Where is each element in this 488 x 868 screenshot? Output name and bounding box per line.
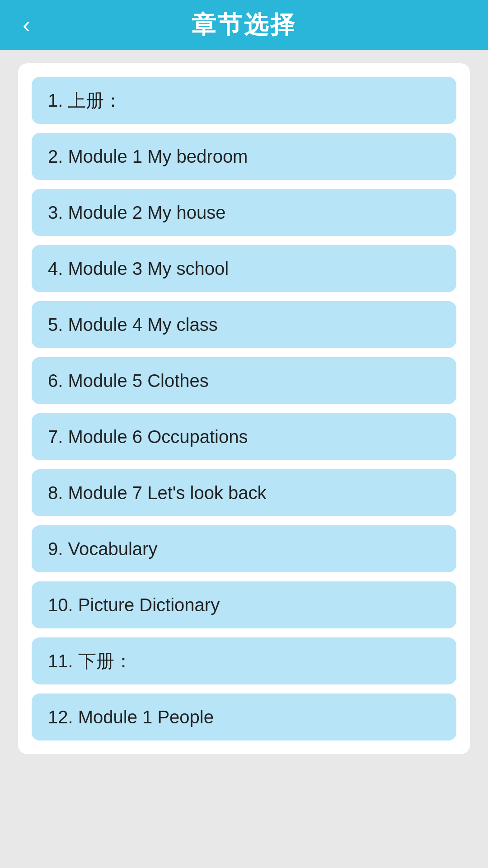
list-item-label: 2. Module 1 My bedroom [48, 146, 248, 167]
content-area: 1. 上册：2. Module 1 My bedroom3. Module 2 … [0, 50, 488, 868]
list-item-label: 1. 上册： [48, 90, 122, 111]
list-item[interactable]: 6. Module 5 Clothes [32, 357, 456, 404]
list-item[interactable]: 1. 上册： [32, 77, 456, 124]
list-item-label: 7. Module 6 Occupations [48, 426, 248, 448]
page-title: 章节选择 [192, 9, 296, 42]
app-header: ‹ 章节选择 [0, 0, 488, 50]
list-item-label: 4. Module 3 My school [48, 258, 229, 279]
list-item-label: 3. Module 2 My house [48, 202, 226, 223]
list-item[interactable]: 8. Module 7 Let's look back [32, 469, 456, 516]
list-item[interactable]: 2. Module 1 My bedroom [32, 133, 456, 180]
list-item[interactable]: 5. Module 4 My class [32, 301, 456, 348]
list-item[interactable]: 9. Vocabulary [32, 525, 456, 572]
list-item[interactable]: 4. Module 3 My school [32, 245, 456, 292]
list-item[interactable]: 7. Module 6 Occupations [32, 413, 456, 460]
list-item-label: 11. 下册： [48, 650, 132, 672]
list-item[interactable]: 10. Picture Dictionary [32, 581, 456, 628]
list-item-label: 12. Module 1 People [48, 706, 214, 728]
list-item[interactable]: 3. Module 2 My house [32, 189, 456, 236]
list-item[interactable]: 11. 下册： [32, 637, 456, 684]
list-item-label: 5. Module 4 My class [48, 314, 218, 335]
list-item-label: 6. Module 5 Clothes [48, 370, 209, 392]
list-item[interactable]: 12. Module 1 People [32, 693, 456, 741]
list-item-label: 8. Module 7 Let's look back [48, 482, 266, 504]
back-button[interactable]: ‹ [23, 13, 30, 37]
list-item-label: 9. Vocabulary [48, 538, 157, 560]
module-list-card: 1. 上册：2. Module 1 My bedroom3. Module 2 … [18, 63, 470, 754]
list-item-label: 10. Picture Dictionary [48, 594, 220, 616]
